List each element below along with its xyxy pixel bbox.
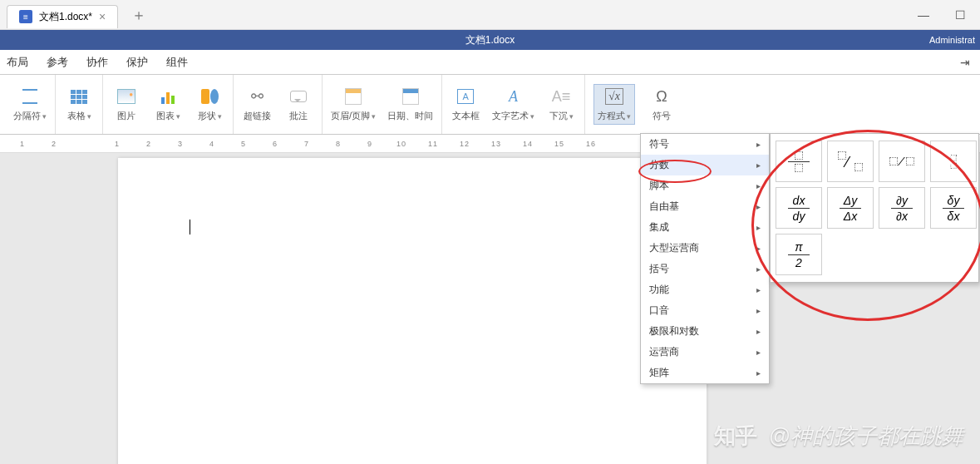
frac-num: π: [795, 241, 802, 253]
eq-menu-bracket[interactable]: 括号▸: [641, 259, 769, 279]
eq-menu-integral[interactable]: 集成▸: [641, 217, 769, 238]
chevron-right-icon: ▸: [756, 181, 761, 190]
fraction-linear[interactable]: ∕: [879, 141, 925, 182]
ruler-mark: 6: [259, 140, 291, 148]
eq-menu-label: 运营商: [649, 345, 679, 359]
chevron-right-icon: ▸: [756, 244, 761, 253]
frac-den: dy: [793, 210, 805, 222]
eq-menu-function[interactable]: 功能▸: [641, 279, 769, 300]
fraction-pi-2[interactable]: π2: [776, 234, 822, 275]
ruler-mark: 2: [38, 140, 70, 148]
chevron-right-icon: ▸: [756, 140, 761, 149]
page[interactable]: [118, 158, 707, 464]
picture-label: 图片: [117, 110, 135, 122]
separator-button[interactable]: 分隔符: [13, 86, 47, 122]
separator-icon: [19, 86, 41, 106]
textbox-button[interactable]: A 文本框: [451, 86, 480, 122]
eq-menu-radical[interactable]: 自由基▸: [641, 196, 769, 217]
chart-icon: [157, 86, 179, 106]
wordart-icon: A: [503, 86, 524, 106]
watermark-text: @神的孩子都在跳舞: [769, 422, 963, 451]
ruler-mark: 4: [196, 140, 228, 148]
picture-button[interactable]: 图片: [111, 86, 141, 122]
ruler-mark: 12: [449, 140, 480, 148]
eq-menu-accent[interactable]: 口音▸: [641, 300, 769, 321]
watermark-brand: 知乎: [711, 420, 761, 452]
table-button[interactable]: 表格: [64, 86, 94, 122]
fraction-skewed[interactable]: ∕: [827, 141, 874, 182]
ruler-mark: 16: [575, 140, 607, 148]
table-label: 表格: [67, 110, 91, 122]
ruler-mark: 7: [291, 140, 323, 148]
eq-menu-limit-log[interactable]: 极限和对数▸: [641, 321, 769, 342]
eq-menu-label: 集成: [649, 220, 669, 234]
ruler-mark: 3: [165, 140, 196, 148]
eq-menu-label: 功能: [649, 283, 669, 297]
close-tab-icon[interactable]: ×: [99, 10, 106, 23]
chevron-right-icon: ▸: [756, 327, 761, 336]
document-tab[interactable]: ≡ 文档1.docx* ×: [7, 5, 118, 28]
eq-menu-label: 极限和对数: [649, 324, 699, 338]
hyperlink-button[interactable]: ⚯ 超链接: [242, 86, 272, 122]
ruler-mark: 9: [354, 140, 386, 148]
minimize-button[interactable]: —: [915, 8, 932, 22]
eq-menu-label: 口音: [649, 304, 669, 318]
fraction-stacked[interactable]: [776, 141, 822, 182]
omega-icon: Ω: [651, 86, 672, 106]
ruler-mark: 11: [417, 140, 449, 148]
fraction-Dy-Dx[interactable]: ΔyΔx: [827, 187, 874, 229]
datetime-label: 日期、时间: [387, 110, 433, 122]
fraction-dx-dy[interactable]: dxdy: [776, 187, 822, 229]
equation-button[interactable]: √x 方程式: [593, 84, 635, 125]
eq-menu-label: 矩阵: [649, 366, 669, 380]
chart-button[interactable]: 图表: [153, 86, 183, 122]
frac-num: Δy: [844, 195, 857, 206]
shape-button[interactable]: 形状: [195, 86, 224, 122]
doc-icon: ≡: [19, 10, 32, 23]
tab-collab[interactable]: 协作: [85, 52, 110, 73]
chevron-right-icon: ▸: [756, 202, 761, 211]
fraction-delta[interactable]: δyδx: [930, 187, 977, 229]
dropcap-label: 下沉: [549, 110, 574, 122]
comment-button[interactable]: 批注: [283, 86, 313, 122]
eq-menu-operator[interactable]: 运营商▸: [641, 342, 769, 363]
frac-den: Δx: [844, 210, 857, 222]
open-file-icon[interactable]: ⇥: [960, 56, 970, 69]
eq-menu-script[interactable]: 脚本▸: [641, 175, 769, 196]
tab-plugins[interactable]: 组件: [165, 52, 190, 73]
wordart-button[interactable]: A 文字艺术: [492, 86, 534, 122]
tab-layout[interactable]: 布局: [5, 52, 30, 73]
eq-menu-symbols[interactable]: 符号▸: [641, 134, 769, 155]
maximize-button[interactable]: ☐: [952, 8, 968, 22]
ribbon: 分隔符 表格 图片 图表 形状 ⚯ 超链接 批注: [0, 75, 980, 135]
equation-icon: √x: [603, 86, 625, 106]
fraction-partial[interactable]: ∂y∂x: [879, 187, 925, 229]
ruler-mark: 5: [228, 140, 259, 148]
eq-menu-matrix[interactable]: 矩阵▸: [641, 363, 769, 383]
eq-menu-large-op[interactable]: 大型运营商▸: [641, 238, 769, 259]
user-label: Administrat: [929, 35, 975, 45]
header-icon: [342, 86, 364, 106]
wordart-label: 文字艺术: [492, 110, 534, 122]
link-label: 超链接: [244, 110, 271, 122]
calendar-icon: [400, 86, 421, 106]
header-label: 页眉/页脚: [331, 110, 376, 122]
dropcap-button[interactable]: A≡ 下沉: [546, 86, 576, 122]
tab-references[interactable]: 参考: [45, 52, 70, 73]
chevron-right-icon: ▸: [756, 223, 761, 232]
eq-menu-fraction[interactable]: 分数▸: [641, 155, 769, 175]
datetime-button[interactable]: 日期、时间: [387, 86, 433, 122]
tab-protect[interactable]: 保护: [125, 52, 150, 73]
shape-icon: [199, 86, 220, 106]
chevron-right-icon: ▸: [756, 285, 761, 294]
shape-label: 形状: [198, 110, 222, 122]
new-tab-button[interactable]: ＋: [131, 5, 146, 25]
fraction-small[interactable]: [930, 141, 977, 182]
symbol-button[interactable]: Ω 符号: [647, 86, 677, 122]
comment-icon: [288, 86, 309, 106]
header-footer-button[interactable]: 页眉/页脚: [331, 86, 376, 122]
ruler-mark: 14: [512, 140, 544, 148]
menu-tabs: 布局 参考 协作 保护 组件 ⇥: [0, 50, 980, 75]
watermark: 知乎 @神的孩子都在跳舞: [711, 420, 963, 452]
symbol-label: 符号: [653, 110, 671, 122]
